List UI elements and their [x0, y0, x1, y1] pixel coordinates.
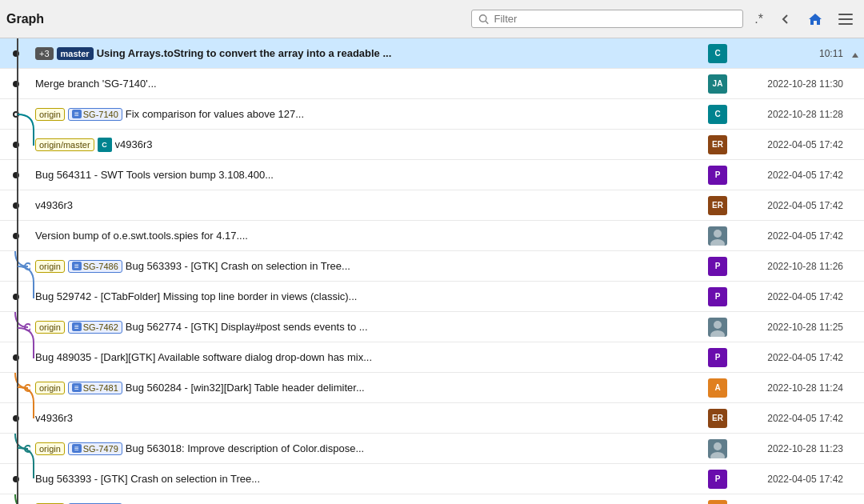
commit-dot [13, 294, 19, 300]
graph-cell [0, 50, 32, 57]
commit-dot [13, 476, 19, 482]
branch-svg3 [0, 373, 30, 403]
commit-date: 2022-10-28 11:30 [730, 78, 850, 90]
avatar [708, 226, 727, 246]
table-row[interactable]: Bug 529742 - [CTabFolder] Missing top li… [0, 282, 864, 312]
origin-badge: origin [35, 108, 65, 121]
commit-dot [13, 50, 19, 57]
table-row[interactable]: origin ≡ SG-7481 Bug 560284 - [win32][Da… [0, 373, 864, 403]
commit-message-cell: Merge branch 'SG-7140'... [32, 78, 706, 90]
svg-point-17 [714, 321, 722, 329]
home-button[interactable] [803, 9, 827, 30]
commit-message: v4936r3 [35, 199, 73, 211]
commit-date: 2022-04-05 17:42 [730, 200, 850, 211]
svg-marker-2 [809, 14, 822, 25]
commit-message: Bug 563393 - [GTK] Crash on selection in… [35, 473, 260, 485]
branch-badge: ≡ SG-7462 [68, 321, 122, 334]
table-row[interactable]: v4936r3 ER 2022-04-05 17:42 [0, 190, 864, 221]
commit-message-cell: origin ≡ SG-7486 Bug 563393 - [GTK] Cras… [32, 260, 706, 273]
graph-cell [0, 111, 32, 118]
graph-cell [0, 415, 32, 422]
user-photo-icon [708, 318, 727, 337]
commit-message: Bug 489035 - [Dark][GTK] Available softw… [35, 351, 372, 363]
commit-list: +3 master Using Arrays.toString to conve… [0, 38, 864, 504]
scroll-up-icon [851, 51, 859, 59]
commit-message-cell: origin/master C v4936r3 [32, 138, 706, 152]
commit-message-cell: Bug 563393 - [GTK] Crash on selection in… [32, 473, 706, 485]
commit-date: 2022-04-05 17:42 [730, 352, 850, 363]
table-row[interactable]: Bug 489035 - [Dark][GTK] Available softw… [0, 342, 864, 373]
commit-date: 2022-04-05 17:42 [730, 170, 850, 181]
table-row[interactable]: Bug 564311 - SWT Tools version bump 3.10… [0, 160, 864, 190]
commit-dot [13, 142, 19, 148]
table-row[interactable]: origin ≡ SG-7479 Bug 563018: Improve des… [0, 434, 864, 464]
graph-cell [0, 476, 32, 482]
table-row[interactable]: origin ≡ SG-7462 Bug 562774 - [GTK] Disp… [0, 312, 864, 342]
svg-point-0 [480, 14, 486, 21]
origin-badge: origin [35, 382, 65, 394]
commit-date: 2022-04-05 17:42 [730, 230, 850, 242]
commit-message: Fix comparison for values above 127... [126, 108, 304, 120]
table-row[interactable]: +3 master Using Arrays.toString to conve… [0, 38, 864, 69]
commit-date: 2022-10-28 11:28 [730, 109, 850, 120]
commit-message: v4936r3 [35, 412, 73, 424]
table-row[interactable]: origin ≡ SG-7357 Bug 536008 - [Dark Them… [0, 494, 864, 504]
svg-point-14 [710, 239, 725, 246]
commit-message: Bug 563393 - [GTK] Crash on selection in… [126, 260, 350, 272]
commit-message: Bug 529742 - [CTabFolder] Missing top li… [35, 290, 357, 302]
commit-dot [13, 172, 19, 178]
commit-message: v4936r3 [115, 138, 153, 150]
inline-avatar: C [98, 138, 112, 152]
table-row[interactable]: Merge branch 'SG-7140'... JA 2022-10-28 … [0, 69, 864, 99]
commit-message-cell: origin ≡ SG-7462 Bug 562774 - [GTK] Disp… [32, 321, 706, 334]
commit-message: Version bump of o.e.swt.tools.spies for … [35, 230, 248, 242]
menu-button[interactable] [834, 10, 858, 28]
graph-cell [0, 202, 32, 209]
filter-input[interactable] [494, 13, 737, 25]
branch-badge: ≡ SG-7140 [68, 108, 122, 121]
branch-badge: ≡ SG-7486 [68, 260, 122, 273]
avatar [708, 439, 727, 458]
svg-line-1 [486, 21, 488, 23]
table-row[interactable]: Bug 563393 - [GTK] Crash on selection in… [0, 464, 864, 494]
avatar: P [708, 166, 727, 185]
graph-cell [0, 233, 32, 239]
search-icon [478, 14, 489, 25]
commit-date: 2022-10-28 11:24 [730, 382, 850, 394]
commit-date: 2022-04-05 17:42 [730, 291, 850, 302]
svg-point-22 [710, 452, 725, 458]
graph-cell [0, 81, 32, 87]
commit-date: 2022-04-05 17:42 [730, 474, 850, 485]
commit-message: Bug 564311 - SWT Tools version bump 3.10… [35, 169, 274, 181]
hamburger-icon [838, 14, 853, 25]
branch-svg [0, 251, 30, 282]
header: Graph .* [0, 0, 864, 38]
table-row[interactable]: origin ≡ SG-7486 Bug 563393 - [GTK] Cras… [0, 251, 864, 282]
commit-dot [13, 233, 19, 239]
commit-date: 2022-10-28 11:25 [730, 322, 850, 333]
commit-message-cell: Bug 529742 - [CTabFolder] Missing top li… [32, 290, 706, 302]
filter-box[interactable] [471, 10, 743, 28]
commit-message-cell: v4936r3 [32, 412, 706, 424]
branch-badge: ≡ SG-7479 [68, 442, 122, 455]
avatar: A [708, 500, 727, 505]
branch-svg4 [0, 434, 30, 464]
table-row[interactable]: origin ≡ SG-7140 Fix comparison for valu… [0, 99, 864, 130]
table-row[interactable]: origin/master C v4936r3 ER 2022-04-05 17… [0, 130, 864, 160]
graph-cell [0, 354, 32, 361]
commit-dot [13, 415, 19, 422]
table-row[interactable]: v4936r3 ER 2022-04-05 17:42 [0, 403, 864, 434]
commit-message-cell: origin ≡ SG-7479 Bug 563018: Improve des… [32, 442, 706, 455]
regex-button[interactable]: .* [750, 9, 768, 30]
commit-dot [13, 354, 19, 361]
origin-master-badge: origin/master [35, 138, 94, 151]
commit-date: 2022-04-05 17:42 [730, 139, 850, 150]
commit-message-cell: v4936r3 [32, 199, 706, 211]
commit-message: Using Arrays.toString to convert the arr… [97, 47, 392, 59]
avatar: P [708, 470, 727, 489]
branch-badge: ≡ SG-7481 [68, 382, 122, 394]
commit-message: Bug 560284 - [win32][Dark] Table header … [126, 382, 365, 394]
table-row[interactable]: Version bump of o.e.swt.tools.spies for … [0, 221, 864, 251]
back-button[interactable] [774, 10, 797, 29]
svg-rect-4 [838, 18, 853, 20]
